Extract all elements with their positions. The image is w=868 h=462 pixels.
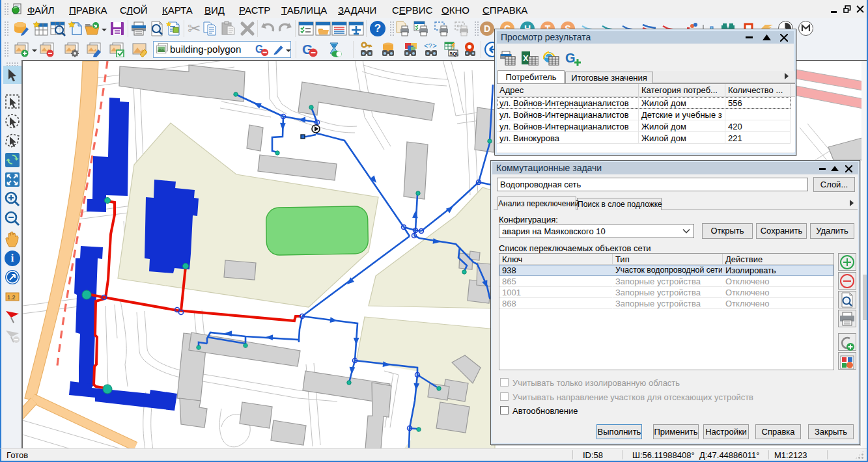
svg-text:<?>: <?> <box>424 42 437 50</box>
svg-text:X: X <box>523 53 529 63</box>
svg-text:1.2: 1.2 <box>7 294 16 301</box>
svg-text:SQL: SQL <box>450 51 460 57</box>
svg-text:G: G <box>565 51 576 65</box>
